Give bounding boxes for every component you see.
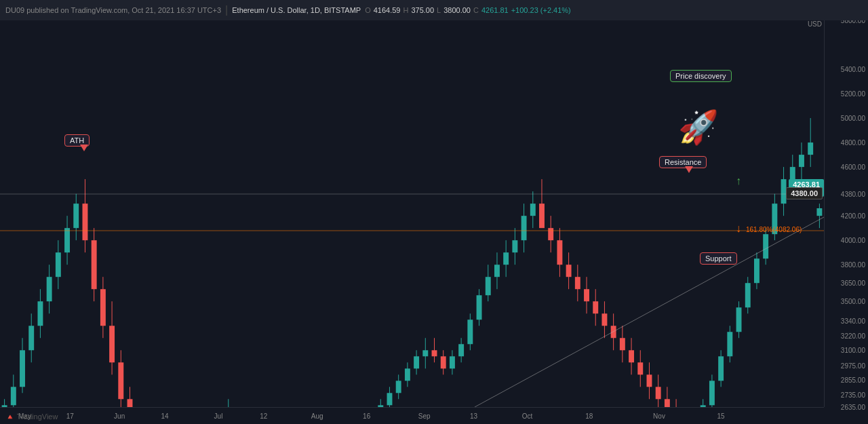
c-val: 4261.81	[481, 6, 509, 14]
time-axis-label: Jul	[214, 412, 223, 420]
resistance-arrow	[685, 166, 693, 173]
ohlc-info: O 4164.59 H 375.00 L 3800.00 C 4261.81 +…	[365, 6, 571, 14]
price-scale: 5800.005400.005200.005000.004800.004600.…	[824, 20, 868, 407]
time-axis-label: 14	[161, 412, 168, 420]
price-scale-label: 3800.00	[841, 261, 865, 269]
time-axis-label: Jun	[114, 412, 125, 420]
time-axis-label: 15	[717, 412, 725, 420]
price-scale-label: 5000.00	[841, 115, 865, 122]
time-axis-label: Nov	[653, 412, 665, 420]
up-arrow-green: ↑	[736, 175, 741, 187]
price-scale-label: 3500.00	[841, 298, 865, 305]
chart-container: DU09 published on TradingView.com, Oct 2…	[0, 0, 868, 424]
support-annotation: Support	[700, 252, 737, 265]
time-axis-label: 17	[66, 412, 74, 420]
time-axis-label: 12	[260, 412, 267, 420]
usd-label: USD	[808, 20, 822, 28]
price-scale-label: 2635.00	[841, 404, 865, 411]
ath-arrow	[80, 144, 88, 151]
h-label: H	[403, 6, 408, 14]
price-scale-label: 3340.00	[841, 317, 865, 325]
time-axis-label: Aug	[311, 412, 323, 420]
price-scale-label: 5200.00	[841, 90, 865, 98]
o-val: 4164.59	[374, 6, 401, 14]
price-discovery-annotation: Price discovery	[670, 70, 732, 82]
chart-area: ATH Resistance Support Price discovery 🚀…	[0, 20, 824, 407]
price-scale-label: 2975.00	[841, 362, 865, 369]
price-scale-label: 4800.00	[841, 139, 865, 147]
l-val: 3800.00	[443, 6, 471, 14]
time-axis: May17Jun14Jul12Aug16Sep13Oct18Nov15	[0, 407, 824, 424]
time-axis-label: 18	[585, 412, 593, 420]
l-label: L	[437, 6, 441, 14]
price-scale-label: 3220.00	[841, 332, 865, 339]
time-axis-label: Sep	[418, 412, 431, 420]
price-scale-label: 4600.00	[841, 163, 865, 171]
h-val: 375.00	[411, 6, 434, 14]
rocket-emoji: 🚀	[678, 109, 719, 147]
price-scale-label: 4200.00	[841, 212, 865, 220]
fib-label: 161.80%(4082.06)	[746, 226, 802, 233]
c-label: C	[473, 6, 479, 14]
price-scale-label: 4380.00	[841, 190, 865, 197]
price-scale-label: 5400.00	[841, 66, 865, 73]
time-axis-label: 16	[363, 412, 370, 420]
price-scale-label: 4000.00	[841, 237, 865, 244]
top-bar: DU09 published on TradingView.com, Oct 2…	[0, 0, 868, 20]
time-axis-label: Oct	[522, 412, 533, 420]
resistance-annotation: Resistance	[659, 156, 707, 168]
price-scale-label: 2855.00	[841, 377, 865, 384]
price-tag-4380: 4380.00	[786, 187, 823, 199]
watermark-user: DU09 published on TradingView.com, Oct 2…	[5, 6, 221, 14]
down-arrow-orange: ↓	[736, 223, 741, 235]
tv-watermark: 🔺 TradingView	[5, 412, 58, 421]
price-scale-label: 3100.00	[841, 347, 865, 354]
chg-val: +100.23 (+2.41%)	[511, 6, 571, 14]
time-axis-label: 13	[470, 412, 477, 420]
price-scale-label: 3650.00	[841, 280, 865, 287]
price-scale-label: 2735.00	[841, 391, 865, 398]
pair-info: Ethereum / U.S. Dollar, 1D, BITSTAMP	[232, 6, 361, 14]
o-label: O	[365, 6, 371, 14]
